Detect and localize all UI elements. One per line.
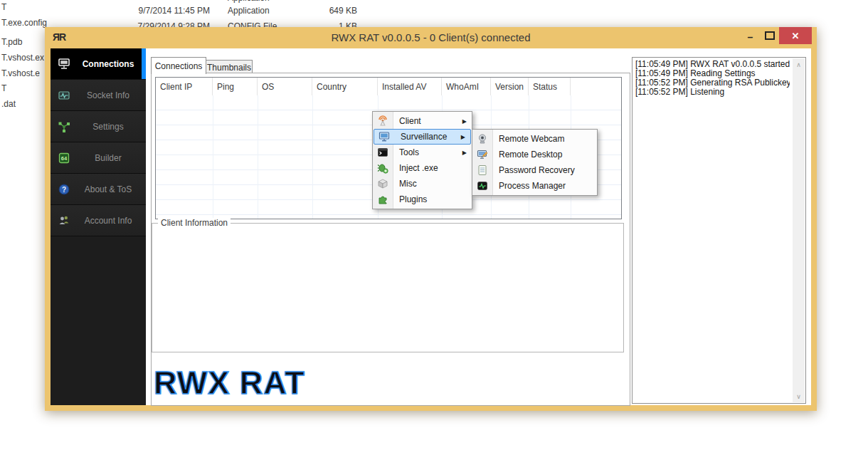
monitor-icon (377, 131, 391, 142)
file-row[interactable]: 9/7/2014 11:45 PM Application 649 KB (0, 6, 370, 18)
sidebar-item-builder[interactable]: 64 Builder (51, 142, 146, 174)
antenna-icon (376, 115, 390, 127)
close-icon: ✕ (792, 31, 800, 41)
table-header: Client IP Ping OS Country Installed AV W… (156, 78, 621, 96)
close-button[interactable]: ✕ (779, 27, 812, 44)
column-header-client-ip[interactable]: Client IP (156, 78, 213, 95)
file-item[interactable]: .dat (1, 99, 16, 112)
sidebar-item-connections[interactable]: Connections (51, 48, 146, 80)
console-icon (376, 147, 390, 158)
minimize-icon: – (748, 31, 753, 43)
block-icon (376, 178, 390, 189)
column-divider (258, 95, 258, 219)
help-icon-text: ? (62, 185, 66, 193)
maximize-button[interactable] (760, 27, 779, 44)
sidebar-item-label: Connections (78, 59, 146, 69)
column-header-installed-av[interactable]: Installed AV (378, 78, 442, 95)
connections-icon (51, 58, 78, 70)
log-panel[interactable]: [11:05:49 PM] RWX RAT v0.0.0.5 started [… (632, 57, 806, 404)
window-content: Connections Socket Info Settings 64 Buil… (51, 48, 811, 405)
column-header-country[interactable]: Country (312, 78, 378, 95)
file-type: Application (228, 6, 270, 16)
menu-item-label: Misc (399, 179, 417, 189)
context-menu: Client ▶ Surveillance ▶ Tools ▶ Inject .… (372, 111, 472, 209)
menu-item-label: Client (399, 116, 421, 126)
menu-item-label: Plugins (399, 194, 427, 204)
menu-item-label: Inject .exe (399, 163, 438, 173)
file-type: Application (228, 0, 270, 3)
file-item[interactable]: T.vshost.e (1, 68, 40, 81)
log-scrollbar[interactable]: ∧ ∨ (793, 58, 805, 402)
sidebar-item-label: Builder (78, 153, 146, 163)
minimize-button[interactable]: – (741, 27, 760, 46)
log-lines: [11:05:49 PM] RWX RAT v0.0.0.5 started [… (635, 60, 790, 97)
help-icon: ? (51, 183, 78, 196)
menu-item-misc[interactable]: Misc (373, 176, 472, 192)
maximize-icon (765, 31, 775, 40)
scroll-down-icon[interactable]: ∨ (793, 390, 805, 402)
file-item[interactable]: T.vshost.ex (1, 53, 44, 66)
menu-item-process-manager[interactable]: Process Manager (472, 178, 597, 194)
sidebar-item-label: Account Info (78, 216, 146, 226)
menu-item-plugins[interactable]: Plugins (373, 192, 472, 207)
surveillance-submenu: Remote Webcam Remote Desktop Password Re… (472, 129, 598, 196)
tab-connections[interactable]: Connections (151, 57, 206, 74)
sidebar-item-about-tos[interactable]: ? About & ToS (51, 174, 146, 205)
column-header-whoami[interactable]: WhoAmI (442, 78, 491, 95)
tab-thumbnails[interactable]: Thumbnails (206, 60, 253, 74)
file-item[interactable]: T.pdb (1, 37, 22, 50)
menu-item-label: Tools (399, 147, 419, 157)
scroll-up-icon[interactable]: ∧ (793, 58, 805, 70)
webcam-icon (475, 133, 489, 145)
column-header-version[interactable]: Version (491, 78, 529, 95)
rat-window: ЯR RWX RAT v0.0.0.5 - 0 Client(s) connec… (45, 27, 817, 411)
menu-item-label: Surveillance (401, 132, 447, 142)
menu-item-client[interactable]: Client ▶ (373, 113, 472, 129)
titlebar: ЯR RWX RAT v0.0.0.5 - 0 Client(s) connec… (45, 27, 817, 48)
settings-icon (51, 120, 78, 133)
groupbox-title: Client Information (158, 218, 231, 228)
builder-icon: 64 (51, 152, 78, 164)
sidebar-item-label: About & ToS (78, 184, 146, 194)
window-title: RWX RAT v0.0.0.5 - 0 Client(s) connected (45, 27, 817, 48)
puzzle-icon (376, 194, 390, 205)
column-header-ping[interactable]: Ping (213, 78, 258, 95)
menu-item-surveillance[interactable]: Surveillance ▶ (374, 129, 471, 145)
users-icon (51, 214, 78, 227)
menu-item-label: Remote Webcam (499, 134, 564, 144)
sidebar-item-settings[interactable]: Settings (51, 111, 146, 142)
menu-item-password-recovery[interactable]: Password Recovery (472, 162, 597, 178)
column-header-empty (571, 78, 621, 95)
desktop-edit-icon (475, 149, 489, 160)
file-item[interactable]: T (1, 83, 6, 96)
menu-item-remote-webcam[interactable]: Remote Webcam (472, 131, 597, 147)
sidebar-item-account-info[interactable]: Account Info (51, 205, 146, 236)
main-pane: Connections Thumbnails Client IP Ping OS… (146, 48, 811, 405)
client-information-groupbox: Client Information (152, 223, 624, 352)
menu-item-label: Remote Desktop (499, 150, 562, 159)
sidebar-item-socket-info[interactable]: Socket Info (51, 80, 146, 111)
submenu-arrow-icon: ▶ (461, 134, 465, 140)
menu-item-tools[interactable]: Tools ▶ (373, 145, 472, 160)
column-header-status[interactable]: Status (529, 78, 571, 95)
column-divider (213, 95, 213, 219)
menu-item-label: Process Manager (499, 181, 566, 191)
bug-icon (376, 162, 390, 174)
sidebar: Connections Socket Info Settings 64 Buil… (51, 48, 146, 405)
submenu-arrow-icon: ▶ (462, 150, 467, 156)
builder-icon-text: 64 (61, 155, 68, 162)
log-line: [11:05:52 PM] Listening (635, 88, 790, 97)
file-row-clipped[interactable]: Application (0, 0, 370, 5)
menu-item-inject-exe[interactable]: Inject .exe (373, 160, 472, 176)
socket-info-icon (51, 89, 78, 102)
rwx-rat-logo: RWX RAT (154, 365, 305, 402)
sidebar-item-label: Socket Info (78, 90, 146, 100)
column-header-os[interactable]: OS (258, 78, 312, 95)
file-size: 649 KB (310, 6, 357, 16)
document-icon (475, 164, 489, 176)
process-monitor-icon (475, 180, 489, 192)
file-date: 9/7/2014 11:45 PM (130, 6, 210, 16)
menu-item-remote-desktop[interactable]: Remote Desktop (472, 147, 597, 162)
column-divider (312, 95, 313, 219)
sidebar-item-label: Settings (78, 122, 146, 132)
